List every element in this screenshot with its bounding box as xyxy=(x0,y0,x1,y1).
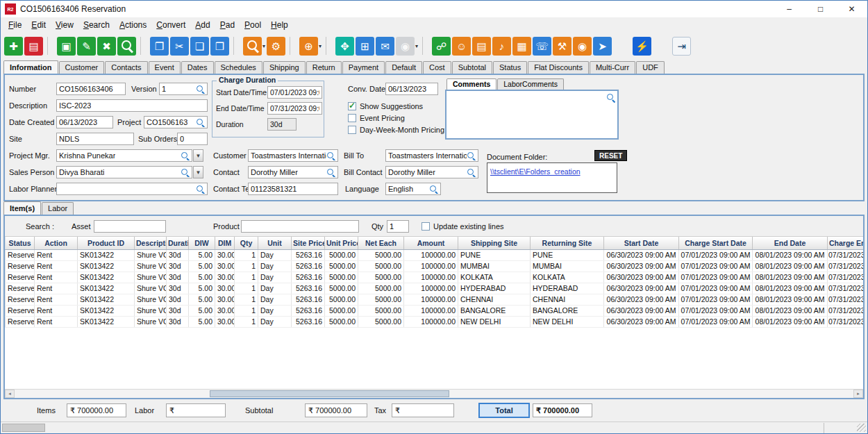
comments-textarea[interactable] xyxy=(445,90,619,140)
column-header[interactable]: Start Date xyxy=(604,237,679,249)
table-horizontal-scrollbar[interactable]: ◂ ▸ xyxy=(5,389,863,398)
column-header[interactable]: Charge Start Date xyxy=(679,237,753,249)
column-header[interactable]: Status xyxy=(6,237,35,249)
search-icon[interactable] xyxy=(606,93,615,102)
chat-icon[interactable]: ☏ xyxy=(533,37,551,56)
column-header[interactable]: Qty xyxy=(235,237,258,249)
cut-icon[interactable]: ✂ xyxy=(170,37,189,56)
tab[interactable]: Contacts xyxy=(105,61,147,74)
scroll-left-arrow[interactable]: ◂ xyxy=(5,390,15,398)
preview-icon[interactable]: ❐ xyxy=(150,37,169,56)
search-icon[interactable] xyxy=(196,85,205,94)
invoice-icon[interactable]: ▤ xyxy=(472,37,491,56)
tab[interactable]: Status xyxy=(493,61,527,74)
tab[interactable]: Payment xyxy=(342,61,385,74)
org-chart-icon[interactable]: ☍ xyxy=(432,37,451,56)
table-row[interactable]: Reserved Rent SK013422 Shure VOG Mic 30d… xyxy=(6,316,864,327)
checkbox[interactable] xyxy=(348,126,356,134)
column-header[interactable]: Shipping Site xyxy=(458,237,531,249)
column-header[interactable]: End Date xyxy=(753,237,828,249)
language-field[interactable]: English xyxy=(385,183,441,195)
chevron-down-icon[interactable]: ▾ xyxy=(319,43,322,49)
search-icon[interactable] xyxy=(326,168,335,177)
table-row[interactable]: Reserved Rent SK013422 Shure VOG Mic 30d… xyxy=(6,249,864,260)
version-field[interactable]: 1 xyxy=(159,83,208,95)
menu-item[interactable]: Help xyxy=(266,19,293,31)
reset-button[interactable]: RESET xyxy=(594,150,627,161)
customer-field[interactable]: Toastmasters Internation xyxy=(248,149,338,162)
print-reservation-icon[interactable]: ▤ xyxy=(24,37,43,56)
start-datetime-field[interactable]: 07/01/2023 09:00 AM xyxy=(267,86,322,99)
camera-icon[interactable]: ◉ xyxy=(396,37,415,56)
checkbox-row[interactable]: Day-Week-Month Pricing xyxy=(348,124,444,135)
table-row[interactable]: Reserved Rent SK013422 Shure VOG Mic 30d… xyxy=(6,260,864,272)
menu-item[interactable]: Search xyxy=(78,19,115,31)
search-icon[interactable] xyxy=(181,151,190,160)
save-icon[interactable]: ▣ xyxy=(57,37,76,56)
table-row[interactable]: Reserved Rent SK013422 Shure VOG Mic 30d… xyxy=(6,305,864,316)
project-mgr-field[interactable]: Krishna Punekar xyxy=(56,149,192,162)
items-tab[interactable]: Item(s) xyxy=(3,201,41,215)
window-horizontal-scrollbar[interactable] xyxy=(1,422,867,433)
sales-person-dropdown[interactable]: ▼ xyxy=(193,166,203,178)
column-header[interactable]: DIM xyxy=(215,237,235,249)
comments-tab[interactable]: LaborComments xyxy=(497,78,564,90)
tab[interactable]: Flat Discounts xyxy=(528,61,589,74)
document-folder-link[interactable]: \\tsclient\E\Folders_creation xyxy=(490,167,581,176)
tab[interactable]: Information xyxy=(3,60,58,74)
column-header[interactable]: Charge End Date xyxy=(828,237,864,249)
copy-icon[interactable]: ❏ xyxy=(190,37,209,56)
options-gear-icon[interactable]: ⚙ xyxy=(267,37,285,56)
contact-field[interactable]: Dorothy Miller xyxy=(248,166,338,178)
smiley-icon[interactable]: ☺ xyxy=(452,37,471,56)
tab[interactable]: UDF xyxy=(636,61,665,74)
tab[interactable]: Shipping xyxy=(263,61,306,74)
asset-input[interactable] xyxy=(94,220,166,233)
scrollbar-thumb[interactable] xyxy=(2,424,45,432)
expand-icon[interactable]: ✥ xyxy=(335,37,354,56)
description-field[interactable]: ISC-2023 xyxy=(56,99,208,112)
menu-item[interactable]: Actions xyxy=(115,19,151,31)
column-header[interactable]: Product ID xyxy=(78,237,135,249)
chevron-down-icon[interactable]: ▾ xyxy=(415,43,418,49)
menu-item[interactable]: Pool xyxy=(240,19,266,31)
chevron-down-icon[interactable]: ▾ xyxy=(262,43,265,49)
comments-bubble-icon[interactable]: ✉ xyxy=(376,37,394,56)
items-tab[interactable]: Labor xyxy=(42,202,74,215)
tab[interactable]: Schedules xyxy=(215,61,262,74)
maximize-button[interactable]: □ xyxy=(805,1,836,17)
labor-planner-field[interactable] xyxy=(56,183,208,195)
edit-icon[interactable]: ✎ xyxy=(77,37,96,56)
update-existing-lines-checkbox-row[interactable]: Update existing lines xyxy=(422,220,504,232)
tab[interactable]: Return xyxy=(306,61,342,74)
date-created-field[interactable]: 06/13/2023 xyxy=(56,116,113,128)
search-icon[interactable] xyxy=(181,168,190,177)
paste-icon[interactable]: ❒ xyxy=(210,37,229,56)
lightning-icon[interactable]: ⚡ xyxy=(633,37,651,56)
number-field[interactable]: CO1506163406 xyxy=(56,83,126,95)
tab[interactable]: Dates xyxy=(181,61,214,74)
resize-grip[interactable] xyxy=(857,424,866,432)
column-header[interactable]: Site Price xyxy=(292,237,325,249)
tab[interactable]: Subtotal xyxy=(452,61,492,74)
column-header[interactable]: DIW xyxy=(189,237,215,249)
column-header[interactable]: Description xyxy=(135,237,167,249)
scroll-right-arrow[interactable]: ▸ xyxy=(853,390,863,398)
find-icon[interactable] xyxy=(117,37,136,56)
menu-item[interactable]: Add xyxy=(190,19,215,31)
site-field[interactable]: NDLS xyxy=(56,133,134,145)
scrollbar-thumb[interactable] xyxy=(210,390,449,397)
menu-item[interactable]: Edit xyxy=(26,19,51,31)
checkbox[interactable] xyxy=(348,102,356,110)
snapshot-icon[interactable]: ◉ xyxy=(573,37,592,56)
sales-person-field[interactable]: Divya Bharati xyxy=(56,166,192,178)
comments-tab[interactable]: Comments xyxy=(446,78,496,90)
delete-icon[interactable]: ✖ xyxy=(97,37,116,56)
music-note-icon[interactable]: ♪ xyxy=(492,37,511,56)
grid-windows-icon[interactable]: ⊞ xyxy=(356,37,374,56)
column-header[interactable]: Net Each xyxy=(358,237,404,249)
search-icon[interactable] xyxy=(429,185,438,194)
search-icon[interactable] xyxy=(467,151,476,160)
menu-item[interactable]: File xyxy=(3,19,26,31)
search-icon[interactable] xyxy=(196,118,205,127)
